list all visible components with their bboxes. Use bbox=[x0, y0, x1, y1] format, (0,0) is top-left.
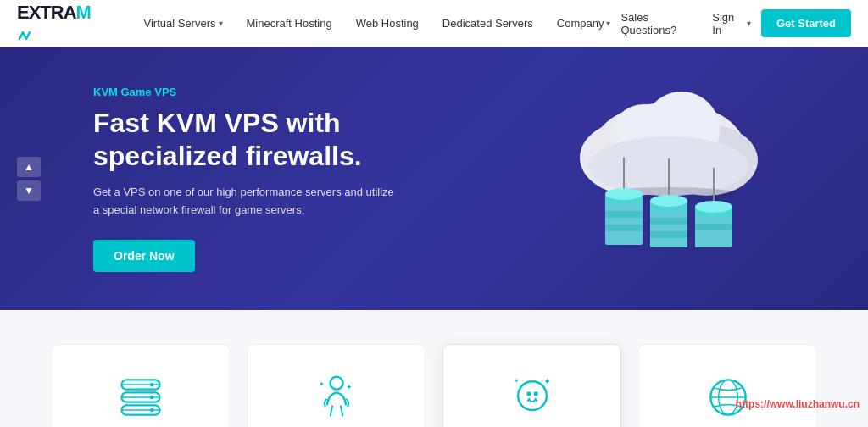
service-card-web-hosting[interactable]: Web Hosting cPanel Web Hosting server bbox=[638, 344, 817, 427]
svg-line-34 bbox=[330, 405, 332, 416]
services-grid: KVM NVMe VPS High Performance, High Reli… bbox=[51, 344, 817, 427]
svg-rect-39 bbox=[526, 391, 531, 396]
logo[interactable]: EXTRAM bbox=[17, 2, 108, 46]
nav-virtual-servers[interactable]: Virtual Servers ▾ bbox=[133, 10, 232, 36]
nav-right: Sales Questions? Sign In ▾ Get Started bbox=[620, 9, 851, 37]
chevron-down-icon: ▾ bbox=[219, 19, 223, 28]
svg-point-33 bbox=[330, 377, 342, 390]
svg-rect-40 bbox=[533, 391, 537, 396]
hero-title: Fast KVM VPS withspecialized firewalls. bbox=[93, 107, 475, 172]
svg-point-26 bbox=[149, 383, 153, 387]
slider-down-button[interactable]: ▼ bbox=[17, 180, 41, 201]
game-server-icon: ✦ ✦ bbox=[311, 372, 362, 423]
svg-rect-15 bbox=[650, 218, 687, 225]
hero-tag: KVM Game VPS bbox=[93, 86, 475, 98]
minecraft-hosting-icon: ✦ ✦ bbox=[507, 372, 558, 423]
service-card-kvm-nvme[interactable]: KVM NVMe VPS High Performance, High Reli… bbox=[51, 344, 230, 427]
svg-point-11 bbox=[605, 188, 643, 200]
svg-rect-9 bbox=[605, 211, 643, 218]
svg-point-29 bbox=[149, 396, 153, 400]
nav-web-hosting[interactable]: Web Hosting bbox=[346, 10, 429, 36]
get-started-button[interactable]: Get Started bbox=[761, 9, 851, 37]
slider-up-button[interactable]: ▲ bbox=[17, 157, 41, 177]
svg-point-17 bbox=[650, 195, 687, 207]
nav-minecraft-hosting[interactable]: Minecraft Hosting bbox=[236, 10, 342, 36]
database-stack-icon bbox=[115, 372, 166, 423]
slider-controls: ▲ ▼ bbox=[17, 157, 41, 201]
logo-text: EXTRAM bbox=[17, 2, 108, 46]
globe-icon bbox=[703, 372, 754, 423]
svg-rect-10 bbox=[605, 225, 643, 231]
svg-text:✦: ✦ bbox=[543, 376, 551, 386]
nav-links: Virtual Servers ▾ Minecraft Hosting Web … bbox=[133, 10, 620, 36]
hero-content: KVM Game VPS Fast KVM VPS withspecialize… bbox=[51, 86, 475, 271]
signin-link[interactable]: Sign In ▾ bbox=[712, 11, 751, 36]
svg-line-35 bbox=[340, 405, 342, 416]
service-card-minecraft[interactable]: ✦ ✦ Minecraft Hosting WordPress web host… bbox=[442, 344, 621, 427]
kvm-game-icon: ✦ ✦ bbox=[309, 370, 364, 424]
web-hosting-icon bbox=[701, 370, 755, 424]
nav-dedicated-servers[interactable]: Dedicated Servers bbox=[432, 10, 543, 36]
watermark: https://www.liuzhanwu.cn bbox=[736, 398, 860, 410]
nav-company[interactable]: Company ▾ bbox=[547, 10, 621, 36]
logo-wave-icon bbox=[18, 29, 33, 42]
chevron-down-icon: ▾ bbox=[747, 19, 751, 28]
svg-text:✦: ✦ bbox=[346, 383, 353, 391]
chevron-down-icon: ▾ bbox=[606, 19, 610, 28]
hero-description: Get a VPS on one of our high performance… bbox=[93, 184, 398, 219]
svg-text:✦: ✦ bbox=[319, 380, 325, 388]
svg-point-22 bbox=[695, 201, 732, 213]
svg-point-32 bbox=[149, 408, 153, 413]
svg-rect-21 bbox=[695, 224, 732, 230]
kvm-nvme-icon bbox=[114, 370, 168, 424]
logo-extra: EXTRA bbox=[17, 2, 76, 23]
service-card-kvm-game[interactable]: ✦ ✦ KVM Game VPS High Performance server… bbox=[247, 344, 426, 427]
svg-point-38 bbox=[518, 381, 547, 410]
logo-m: M bbox=[76, 2, 91, 23]
cloud-illustration bbox=[512, 69, 800, 289]
hero-illustration bbox=[512, 69, 800, 289]
navbar: EXTRAM Virtual Servers ▾ Minecraft Hosti… bbox=[0, 0, 868, 47]
hero-section: ▲ ▼ KVM Game VPS Fast KVM VPS withspecia… bbox=[0, 47, 868, 310]
minecraft-icon: ✦ ✦ bbox=[505, 370, 559, 424]
svg-rect-16 bbox=[650, 231, 687, 238]
svg-text:✦: ✦ bbox=[513, 376, 519, 385]
sales-questions-link[interactable]: Sales Questions? bbox=[620, 11, 702, 36]
order-now-button[interactable]: Order Now bbox=[93, 240, 195, 272]
